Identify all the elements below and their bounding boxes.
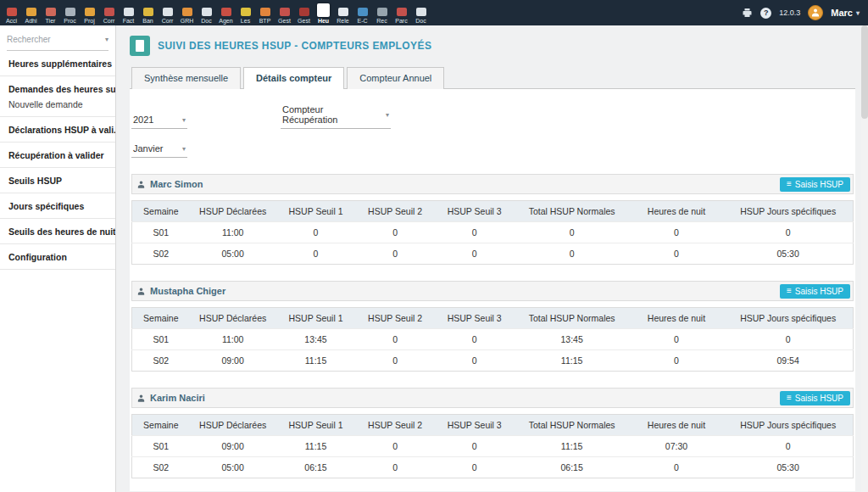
help-icon[interactable]: ? xyxy=(760,8,771,19)
topbar: AcciAdhiTierProcProjCorrFactBanCorrGRHDo… xyxy=(0,0,868,25)
topbar-item-agen[interactable]: Agen xyxy=(216,0,236,25)
topbar-item-label: Tier xyxy=(46,18,56,24)
tools-icon xyxy=(299,8,309,16)
topbar-item-les[interactable]: Les xyxy=(236,0,255,25)
cell: 05:00 xyxy=(190,457,276,478)
cell: 0 xyxy=(355,222,435,243)
topbar-item-label: Corr xyxy=(103,18,115,24)
filters-row-1: 2021 ▾ Compteur Récupération ▾ xyxy=(131,103,854,129)
cell: 09:00 xyxy=(190,350,276,372)
column-header: Heures de nuit xyxy=(630,201,724,222)
topbar-item-label: Acci xyxy=(6,18,17,24)
sidebar-item-r-cup-ration-valider[interactable]: Récupération à valider xyxy=(0,143,115,168)
cell: 0 xyxy=(276,222,356,243)
sidebar-item-seuils-hsup[interactable]: Seuils HSUP xyxy=(0,168,115,193)
topbar-item-rec[interactable]: Rec xyxy=(372,0,392,25)
tab-compteur-annuel[interactable]: Compteur Annuel xyxy=(347,67,444,89)
cell: 11:00 xyxy=(190,222,276,243)
sidebar-item-heures-suppl-mentaires[interactable]: Heures supplémentaires xyxy=(0,51,115,76)
list-icon: ≡ xyxy=(787,287,792,295)
cell: 11:00 xyxy=(190,329,276,350)
topbar-item-btp[interactable]: BTP xyxy=(255,0,275,25)
process-icon xyxy=(65,8,75,16)
sidebar-item-jours-sp-cifiques[interactable]: Jours spécifiques xyxy=(0,193,115,219)
cell: S01 xyxy=(132,436,190,457)
table-header-row: SemaineHSUP DéclaréesHSUP Seuil 1HSUP Se… xyxy=(132,201,854,222)
saisis-hsup-button[interactable]: ≡Saisis HSUP xyxy=(780,177,850,192)
topbar-item-e-c[interactable]: E-C xyxy=(353,0,372,25)
avatar[interactable] xyxy=(808,5,823,20)
cell: S01 xyxy=(132,222,190,243)
clock-icon xyxy=(338,8,348,16)
column-header: HSUP Seuil 2 xyxy=(355,308,435,329)
sidebar-item-seuils-des-heures-de-nuit[interactable]: Seuils des heures de nuit xyxy=(0,219,115,244)
cell: 0 xyxy=(355,329,435,350)
table-row: S0205:0006:150006:15005:30 xyxy=(132,457,854,478)
letter-icon xyxy=(163,8,173,16)
year-value: 2021 xyxy=(133,115,153,125)
topbar-item-grh[interactable]: GRH xyxy=(177,0,197,25)
invoice-icon xyxy=(124,8,134,16)
column-header: HSUP Seuil 2 xyxy=(355,201,435,222)
search-input[interactable]: Rechercher ▾ xyxy=(7,35,108,51)
envelope-icon xyxy=(358,8,368,16)
topbar-item-tier[interactable]: Tier xyxy=(41,0,60,25)
sidebar-item-d-clarations-hsup-vali[interactable]: Déclarations HSUP à vali... xyxy=(0,117,115,143)
topbar-item-gest[interactable]: Gest xyxy=(294,0,314,25)
user-name: Marc xyxy=(831,8,853,18)
cell: 09:00 xyxy=(190,436,276,457)
folder-icon xyxy=(416,8,426,16)
topbar-item-label: Doc xyxy=(201,18,211,24)
counter-select[interactable]: Compteur Récupération ▾ xyxy=(281,103,391,129)
topbar-item-fact[interactable]: Fact xyxy=(119,0,138,25)
user-menu[interactable]: Marc ▾ xyxy=(831,8,860,18)
cell: 11:15 xyxy=(276,436,356,457)
topbar-item-adhi[interactable]: Adhi xyxy=(21,0,41,25)
saisis-hsup-button[interactable]: ≡Saisis HSUP xyxy=(780,284,850,299)
topbar-item-proc[interactable]: Proc xyxy=(60,0,80,25)
topbar-item-doc[interactable]: Doc xyxy=(197,0,216,25)
print-icon[interactable] xyxy=(742,8,753,18)
sidebar-item-nouvelle-demande[interactable]: Nouvelle demande xyxy=(0,97,115,117)
cell: 11:15 xyxy=(276,350,356,372)
table-header-row: SemaineHSUP DéclaréesHSUP Seuil 1HSUP Se… xyxy=(132,415,854,436)
sidebar-item-configuration[interactable]: Configuration xyxy=(0,244,115,270)
list-icon: ≡ xyxy=(787,180,792,188)
scrollbar[interactable] xyxy=(861,25,868,492)
month-select[interactable]: Janvier ▾ xyxy=(131,142,187,158)
year-select[interactable]: 2021 ▾ xyxy=(131,113,187,129)
topbar-item-corr[interactable]: Corr xyxy=(99,0,119,25)
cell: 06:15 xyxy=(515,457,630,478)
topbar-item-heu[interactable]: Heu xyxy=(314,0,333,25)
search-placeholder: Rechercher xyxy=(7,35,51,44)
tab-details-compteur[interactable]: Détails compteur xyxy=(243,67,344,89)
topbar-item-label: BTP xyxy=(259,18,271,24)
scrollbar-thumb[interactable] xyxy=(861,25,868,119)
topbar-item-parc[interactable]: Parc xyxy=(392,0,411,25)
topbar-item-doc[interactable]: Doc xyxy=(411,0,431,25)
tab-synthese-mensuelle[interactable]: Synthèse mensuelle xyxy=(131,67,241,89)
sidebar-item-demandes-des-heures-su[interactable]: Demandes des heures su... xyxy=(0,76,115,97)
topbar-item-corr[interactable]: Corr xyxy=(158,0,177,25)
home-icon xyxy=(7,8,17,16)
calendar-icon xyxy=(221,8,231,16)
cell: 0 xyxy=(723,436,853,457)
truck-icon xyxy=(280,8,290,16)
hr-icon xyxy=(182,8,192,16)
cell: 0 xyxy=(355,436,435,457)
topbar-item-gest[interactable]: Gest xyxy=(275,0,294,25)
saisis-hsup-label: Saisis HSUP xyxy=(795,180,843,189)
topbar-item-label: Adhi xyxy=(25,18,36,24)
employee-section-header: Karim Naciri≡Saisis HSUP xyxy=(131,388,854,408)
saisis-hsup-button[interactable]: ≡Saisis HSUP xyxy=(780,391,850,405)
topbar-item-rele[interactable]: Rele xyxy=(333,0,353,25)
column-header: Total HSUP Normales xyxy=(515,415,630,436)
topbar-item-acci[interactable]: Acci xyxy=(2,0,21,25)
topbar-item-ban[interactable]: Ban xyxy=(138,0,158,25)
topbar-item-proj[interactable]: Proj xyxy=(80,0,99,25)
chevron-down-icon[interactable]: ▾ xyxy=(105,36,108,43)
topbar-item-label: Ban xyxy=(142,18,153,24)
column-header: HSUP Déclarées xyxy=(190,308,276,329)
cell: 0 xyxy=(630,222,724,243)
person-icon xyxy=(136,180,146,189)
